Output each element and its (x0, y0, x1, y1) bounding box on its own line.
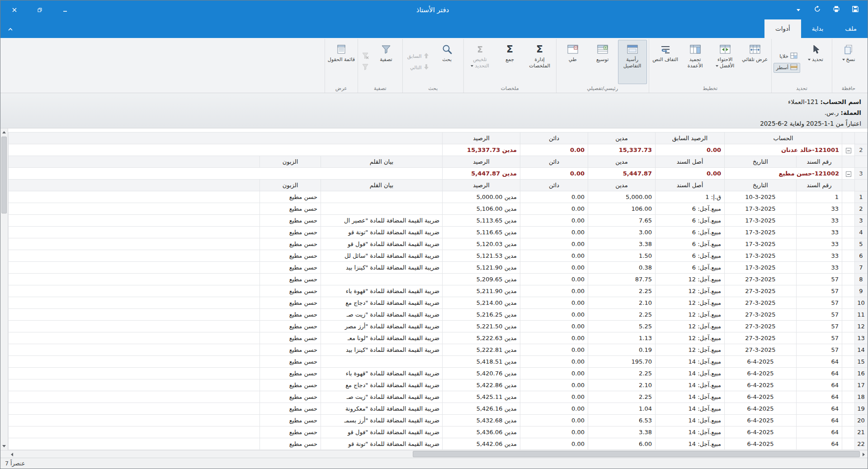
entry-credit[interactable]: 0.00 (520, 238, 588, 250)
expanded-minus-icon[interactable] (846, 171, 851, 177)
entry-note[interactable]: ضريبة القيمة المضافة للمادة "أرز بسمـ (321, 415, 442, 426)
entry-voucher-no[interactable]: 64 (797, 426, 842, 438)
entry-credit[interactable]: 0.00 (520, 285, 588, 297)
entry-date[interactable]: 27-3-2025 (724, 344, 796, 356)
entry-voucher-no[interactable]: 33 (797, 203, 842, 215)
entry-date[interactable]: 17-3-2025 (724, 203, 796, 215)
filter-button[interactable]: تصفية (372, 40, 401, 84)
row-indicator[interactable]: 2 (855, 203, 868, 215)
select-cells-button[interactable]: خلايا (774, 52, 800, 62)
entry-debit[interactable]: 3.00 (588, 227, 655, 238)
vertical-scrollbar-thumb[interactable] (1, 137, 7, 213)
entry-balance[interactable]: 5,420.76 مدين (442, 368, 520, 379)
entry-voucher-no[interactable]: 57 (797, 332, 842, 344)
minimize-button[interactable] (60, 5, 70, 15)
entry-voucher-no[interactable]: 64 (797, 415, 842, 426)
entry-credit[interactable]: 0.00 (520, 332, 588, 344)
entry-balance[interactable]: 5,106.00 مدين (442, 203, 520, 215)
entry-date[interactable]: 6-4-2025 (724, 415, 796, 426)
entry-date[interactable]: 6-4-2025 (724, 403, 796, 415)
entry-credit[interactable]: 0.00 (520, 274, 588, 285)
entry-debit[interactable]: 6.53 (588, 415, 655, 426)
entry-customer[interactable]: حسن مطيع (259, 285, 321, 297)
entry-date[interactable]: 10-3-2025 (724, 191, 796, 203)
entry-date[interactable]: 27-3-2025 (724, 309, 796, 321)
group-account-cell[interactable]: 121002-حسن مطيع (724, 168, 842, 180)
entry-balance[interactable]: 5,121.90 مدين (442, 262, 520, 274)
refresh-button[interactable] (812, 5, 822, 15)
restore-button[interactable] (35, 5, 45, 15)
entry-credit[interactable]: 0.00 (520, 297, 588, 309)
collapse-group-button[interactable] (842, 168, 855, 180)
entry-origin[interactable]: مبيع.آجل: 6 (655, 262, 724, 274)
entry-debit[interactable]: 1.13 (588, 332, 655, 344)
entry-customer[interactable]: حسن مطيع (259, 227, 321, 238)
entry-debit[interactable]: 5,000.00 (588, 191, 655, 203)
entry-note[interactable]: ضريبة القيمة المضافة للمادة "أرز مصر (321, 321, 442, 332)
entry-origin[interactable]: مبيع.آجل: 12 (655, 309, 724, 321)
entry-origin[interactable]: مبيع.آجل: 14 (655, 438, 724, 450)
ledger-entry-row[interactable]: 1110-3-2025ق.إ: 15,000.000.005,000.00 مد… (9, 191, 868, 203)
entry-voucher-no[interactable]: 64 (797, 438, 842, 450)
entry-date[interactable]: 17-3-2025 (724, 250, 796, 262)
entry-balance[interactable]: 5,426.16 مدين (442, 403, 520, 415)
entry-balance[interactable]: 5,442.06 مدين (442, 438, 520, 450)
entry-customer[interactable]: حسن مطيع (259, 238, 321, 250)
entry-customer[interactable]: حسن مطيع (259, 426, 321, 438)
entry-customer[interactable]: حسن مطيع (259, 415, 321, 426)
enable-filter-button[interactable] (360, 63, 371, 73)
entry-credit[interactable]: 0.00 (520, 356, 588, 368)
entry-customer[interactable]: حسن مطيع (259, 332, 321, 344)
entry-voucher-no[interactable]: 33 (797, 262, 842, 274)
entry-origin[interactable]: مبيع.آجل: 12 (655, 344, 724, 356)
row-indicator[interactable]: 19 (855, 403, 868, 415)
expand-all-button[interactable]: توسيع (588, 40, 617, 84)
entry-voucher-no[interactable]: 64 (797, 356, 842, 368)
group-debit-cell[interactable]: 15,337.73 (588, 144, 655, 156)
entry-origin[interactable]: مبيع.آجل: 14 (655, 403, 724, 415)
entry-note[interactable] (321, 203, 442, 215)
entry-balance[interactable]: 5,209.65 مدين (442, 274, 520, 285)
entry-origin[interactable]: مبيع.آجل: 6 (655, 238, 724, 250)
entry-origin[interactable]: مبيع.آجل: 6 (655, 215, 724, 227)
find-previous-button[interactable]: السابق (405, 52, 432, 62)
entry-date[interactable]: 17-3-2025 (724, 227, 796, 238)
ledger-entry-row[interactable]: 135727-3-2025مبيع.آجل: 121.130.005,222.6… (9, 332, 868, 344)
entry-voucher-no[interactable]: 57 (797, 285, 842, 297)
entry-credit[interactable]: 0.00 (520, 426, 588, 438)
entry-debit[interactable]: 2.10 (588, 379, 655, 391)
entry-note[interactable]: ضريبة القيمة المضافة للمادة "كينزا بيد (321, 262, 442, 274)
ledger-entry-row[interactable]: 95727-3-2025مبيع.آجل: 122.250.005,211.90… (9, 285, 868, 297)
entry-voucher-no[interactable]: 57 (797, 321, 842, 332)
row-indicator[interactable]: 6 (855, 250, 868, 262)
entry-customer[interactable]: حسن مطيع (259, 250, 321, 262)
tab-home[interactable]: بداية (801, 19, 835, 38)
entry-voucher-no[interactable]: 33 (797, 227, 842, 238)
entry-origin[interactable]: مبيع.آجل: 14 (655, 391, 724, 403)
entry-voucher-no[interactable]: 57 (797, 344, 842, 356)
ledger-entry-row[interactable]: 105727-3-2025مبيع.آجل: 122.100.005,214.0… (9, 297, 868, 309)
entry-customer[interactable]: حسن مطيع (259, 309, 321, 321)
entry-note[interactable]: ضريبة القيمة المضافة للمادة "دجاج مع (321, 379, 442, 391)
ledger-entry-row[interactable]: 22646-4-2025مبيع.آجل: 146.000.005,442.06… (9, 438, 868, 450)
entry-note[interactable]: ضريبة القيمة المضافة للمادة "زيت صـ (321, 309, 442, 321)
manage-summaries-button[interactable]: Σ إدارة الملخصات (525, 40, 554, 84)
entry-balance[interactable]: 5,436.06 مدين (442, 426, 520, 438)
detail-header-button[interactable]: رأسية التفاصيل (618, 40, 647, 84)
row-indicator[interactable]: 11 (855, 309, 868, 321)
close-button[interactable] (9, 5, 19, 15)
entry-voucher-no[interactable]: 1 (797, 191, 842, 203)
entry-debit[interactable]: 87.75 (588, 274, 655, 285)
ledger-entry-row[interactable]: 19646-4-2025مبيع.آجل: 141.040.005,426.16… (9, 403, 868, 415)
tab-tools[interactable]: أدوات (764, 19, 801, 38)
entry-balance[interactable]: 5,222.63 مدين (442, 332, 520, 344)
detail-column-date[interactable]: التاريخ (724, 180, 796, 191)
detail-column-entry-note[interactable]: بيان القلم (321, 180, 442, 191)
ledger-entry-row[interactable]: 85727-3-2025مبيع.آجل: 1287.750.005,209.6… (9, 274, 868, 285)
entry-credit[interactable]: 0.00 (520, 191, 588, 203)
entry-debit[interactable]: 6.00 (588, 438, 655, 450)
entry-debit[interactable]: 7.65 (588, 215, 655, 227)
entry-voucher-no[interactable]: 64 (797, 368, 842, 379)
ledger-entry-row[interactable]: 21646-4-2025مبيع.آجل: 143.380.005,436.06… (9, 426, 868, 438)
entry-voucher-no[interactable]: 33 (797, 238, 842, 250)
